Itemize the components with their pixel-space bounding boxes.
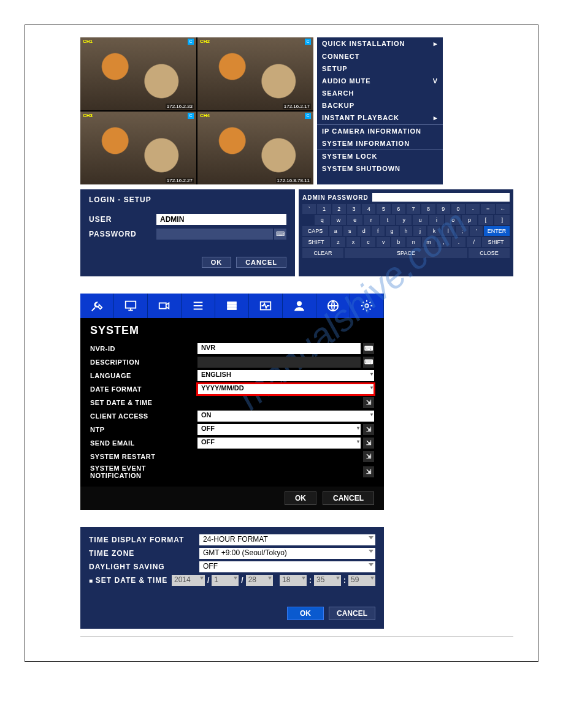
key[interactable]: 2 xyxy=(332,204,346,214)
submenu-icon[interactable]: ⇲ xyxy=(363,466,374,477)
key[interactable]: k xyxy=(427,226,440,236)
keyboard-icon[interactable]: ⌨ xyxy=(363,357,374,368)
submenu-icon[interactable]: ⇲ xyxy=(363,438,374,449)
key-shift-left[interactable]: SHIFT xyxy=(302,237,330,247)
tab-settings-icon[interactable] xyxy=(350,294,384,318)
minute-select[interactable]: 35 xyxy=(314,575,341,586)
menu-search[interactable]: SEARCH xyxy=(317,87,443,99)
key[interactable]: ; xyxy=(456,226,469,236)
system-row-field[interactable]: NVR xyxy=(197,343,361,354)
key[interactable]: ← xyxy=(496,204,510,214)
key[interactable]: = xyxy=(481,204,494,214)
set-date-time-checkbox[interactable]: SET DATE & TIME xyxy=(89,576,172,585)
keyboard-input[interactable] xyxy=(372,193,510,202)
key[interactable]: ` xyxy=(302,204,316,214)
key[interactable]: . xyxy=(452,237,466,247)
tab-tools-icon[interactable] xyxy=(80,294,114,318)
key[interactable]: x xyxy=(347,237,361,247)
key[interactable]: y xyxy=(396,215,412,225)
key[interactable]: o xyxy=(445,215,461,225)
menu-system-shutdown[interactable]: SYSTEM SHUTDOWN xyxy=(317,162,443,175)
key[interactable]: ' xyxy=(470,226,483,236)
system-row-field[interactable]: OFF▾ xyxy=(197,424,361,435)
tab-list2-icon[interactable] xyxy=(215,294,249,318)
key[interactable]: - xyxy=(466,204,480,214)
menu-quick-installation[interactable]: QUICK INSTALLATION▸ xyxy=(317,37,443,50)
camera-ch1[interactable]: CH1 C 172.16.2.33 xyxy=(80,37,196,110)
camera-ch4[interactable]: CH4 C 172.16.8.78.11 xyxy=(197,112,313,184)
tab-display-icon[interactable] xyxy=(114,294,148,318)
hour-select[interactable]: 18 xyxy=(280,575,307,586)
month-select[interactable]: 1 xyxy=(212,575,239,586)
key[interactable]: h xyxy=(400,226,413,236)
key-clear[interactable]: CLEAR xyxy=(302,248,343,258)
menu-connect[interactable]: CONNECT xyxy=(317,50,443,63)
key[interactable]: 0 xyxy=(451,204,465,214)
login-ok-button[interactable]: OK xyxy=(202,257,232,268)
datetime-cancel-button[interactable]: CANCEL xyxy=(329,607,375,620)
camera-ch2[interactable]: CH2 C 172.16.2.17 xyxy=(197,37,313,110)
key[interactable]: n xyxy=(407,237,421,247)
key[interactable]: 4 xyxy=(362,204,375,214)
key[interactable]: 7 xyxy=(407,204,420,214)
tab-user-icon[interactable] xyxy=(283,294,316,318)
tab-camera-icon[interactable] xyxy=(148,294,182,318)
key-enter[interactable]: ENTER xyxy=(484,226,510,236)
camera-ch3[interactable]: CH3 C 172.16.2.27 xyxy=(80,112,196,184)
second-select[interactable]: 59 xyxy=(348,575,375,586)
key[interactable]: ] xyxy=(494,215,510,225)
datetime-ok-button[interactable]: OK xyxy=(287,607,324,620)
key[interactable]: t xyxy=(380,215,396,225)
key[interactable]: f xyxy=(372,226,385,236)
system-row-field[interactable]: OFF▾ xyxy=(197,438,361,449)
key[interactable]: a xyxy=(329,226,342,236)
key[interactable]: 9 xyxy=(437,204,450,214)
menu-ip-camera-info[interactable]: IP CAMERA INFORMATION xyxy=(317,124,443,137)
system-row-field[interactable]: ENGLISH▾ xyxy=(197,370,374,381)
key[interactable]: l xyxy=(442,226,454,236)
year-select[interactable]: 2014 xyxy=(172,575,205,586)
daylight-saving-select[interactable]: OFF xyxy=(199,561,375,572)
submenu-icon[interactable]: ⇲ xyxy=(363,397,374,408)
submenu-icon[interactable]: ⇲ xyxy=(363,424,374,435)
time-display-format-select[interactable]: 24-HOUR FORMAT xyxy=(199,534,375,545)
menu-backup[interactable]: BACKUP xyxy=(317,99,443,112)
user-field[interactable]: ADMIN xyxy=(156,214,286,225)
day-select[interactable]: 28 xyxy=(246,575,273,586)
key[interactable]: , xyxy=(437,237,451,247)
key[interactable]: e xyxy=(347,215,362,225)
menu-audio-mute[interactable]: AUDIO MUTEV xyxy=(317,75,443,87)
key[interactable]: b xyxy=(391,237,405,247)
key[interactable]: s xyxy=(343,226,356,236)
key[interactable]: r xyxy=(364,215,379,225)
system-row-field[interactable] xyxy=(197,357,361,368)
key[interactable]: v xyxy=(377,237,391,247)
key[interactable]: / xyxy=(467,237,481,247)
key[interactable]: u xyxy=(413,215,428,225)
time-zone-select[interactable]: GMT +9:00 (Seoul/Tokyo) xyxy=(199,548,375,559)
key[interactable]: q xyxy=(315,215,330,225)
tab-network-icon[interactable] xyxy=(316,294,350,318)
key[interactable]: i xyxy=(429,215,445,225)
key-close[interactable]: CLOSE xyxy=(469,248,510,258)
key[interactable]: g xyxy=(386,226,399,236)
system-row-field[interactable]: ON▾ xyxy=(197,411,374,422)
submenu-icon[interactable]: ⇲ xyxy=(363,451,374,462)
key[interactable]: 3 xyxy=(347,204,361,214)
key[interactable]: p xyxy=(462,215,477,225)
key[interactable]: 5 xyxy=(377,204,390,214)
keyboard-icon[interactable]: ⌨ xyxy=(274,229,286,240)
menu-system-lock[interactable]: SYSTEM LOCK xyxy=(317,150,443,162)
menu-instant-playback[interactable]: INSTANT PLAYBACK▸ xyxy=(317,112,443,124)
key[interactable]: w xyxy=(331,215,347,225)
menu-system-info[interactable]: SYSTEM INFORMATION xyxy=(317,137,443,150)
key[interactable]: c xyxy=(361,237,375,247)
key[interactable]: d xyxy=(358,226,370,236)
key-shift-right[interactable]: SHIFT xyxy=(482,237,510,247)
system-row-field[interactable]: YYYY/MM/DD▾ xyxy=(197,384,374,395)
key[interactable]: 1 xyxy=(317,204,331,214)
key[interactable]: 6 xyxy=(392,204,405,214)
key-space[interactable]: SPACE xyxy=(345,248,467,258)
key[interactable]: z xyxy=(331,237,345,247)
password-field[interactable] xyxy=(156,229,273,240)
